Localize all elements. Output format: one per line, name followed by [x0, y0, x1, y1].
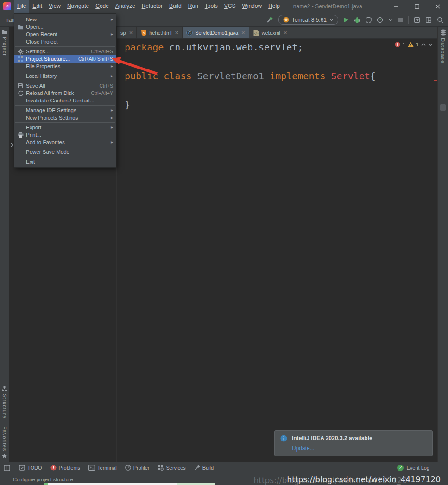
close-tab-icon[interactable]: [129, 30, 133, 36]
menubar-item[interactable]: Refactor: [139, 0, 166, 13]
search-icon[interactable]: [437, 17, 443, 23]
statusbar-buttons: TODO Problems Terminal Profiler Services: [15, 462, 218, 473]
menu-item[interactable]: Reload All from Disk Ctrl+Alt+Y: [14, 89, 116, 97]
minimize-button[interactable]: [385, 0, 406, 13]
tool-stripe-project[interactable]: Project: [2, 37, 7, 56]
notification-title: IntelliJ IDEA 2020.3.2 available: [292, 435, 372, 441]
todo-icon: [19, 465, 25, 471]
build-hammer-icon[interactable]: [266, 16, 273, 24]
menubar-item[interactable]: Build: [166, 0, 185, 13]
structure-icon: [17, 56, 24, 62]
run-configuration-select[interactable]: Tomcat 8.5.61: [278, 15, 338, 25]
window-title: name2 - ServletDemo1.java: [293, 3, 362, 10]
close-tab-icon[interactable]: [241, 30, 245, 36]
statusbar-button[interactable]: Terminal: [84, 462, 121, 473]
tool-stripe-database[interactable]: Database: [440, 38, 446, 63]
screenshot-edge-artifact: [44, 483, 215, 485]
folder-icon: [17, 24, 24, 30]
menu-item[interactable]: New Projects Settings: [14, 114, 116, 121]
window-layout-icon[interactable]: [425, 17, 432, 23]
menu-item[interactable]: Project Structure... Ctrl+Alt+Shift+S: [14, 55, 116, 63]
menu-item[interactable]: Settings... Ctrl+Alt+S: [14, 48, 116, 55]
info-icon: [280, 435, 287, 452]
menubar-item[interactable]: Help: [265, 0, 283, 13]
code-line: [125, 83, 437, 98]
toolwindow-bar: TODO Problems Terminal Profiler Services: [0, 462, 448, 473]
menu-item[interactable]: Manage IDE Settings: [14, 107, 116, 114]
statusbar-button[interactable]: TODO: [15, 462, 46, 473]
stripe-marker: [440, 104, 446, 111]
inspections-widget[interactable]: 1 1: [395, 42, 433, 47]
code-editor[interactable]: package cn.utkvrjan.web.servlet;public c…: [117, 39, 437, 462]
menubar-item[interactable]: VCS: [221, 0, 239, 13]
error-stripe-mark[interactable]: [434, 80, 437, 81]
menu-item[interactable]: Add to Favorites: [14, 139, 116, 146]
database-tool-icon: [440, 29, 446, 36]
menu-item[interactable]: Open...: [14, 23, 116, 31]
xml-icon: </>: [253, 30, 259, 36]
tool-stripe-structure[interactable]: Structure: [1, 386, 7, 419]
stop-button[interactable]: [398, 17, 403, 23]
menu-item[interactable]: Export: [14, 124, 116, 131]
editor-tab[interactable]: sp: [117, 27, 137, 38]
maximize-button[interactable]: [406, 0, 427, 13]
menu-divider: [15, 147, 115, 147]
menu-item[interactable]: File Properties: [14, 63, 116, 70]
close-tab-icon[interactable]: [284, 30, 287, 36]
problems-icon: [50, 465, 57, 471]
menu-item[interactable]: New: [14, 16, 116, 23]
menubar-item[interactable]: Tools: [202, 0, 221, 13]
editor-tab[interactable]: </> web.xml: [249, 27, 291, 38]
code-line: [125, 55, 437, 69]
menubar-item[interactable]: File: [14, 0, 29, 13]
statusbar-button[interactable]: Services: [153, 462, 189, 473]
menu-item[interactable]: Save All Ctrl+S: [14, 82, 116, 89]
toolbar-divider: [408, 16, 409, 24]
save-icon: [17, 82, 24, 89]
notification-update-link[interactable]: Update...: [292, 445, 372, 452]
menu-item[interactable]: Print...: [14, 131, 116, 139]
statusbar-button[interactable]: Problems: [46, 462, 84, 473]
editor-tab[interactable]: C ServletDemo1.java: [183, 27, 249, 38]
run-toolbar: Tomcat 8.5.61: [266, 15, 443, 25]
menubar-item[interactable]: Navigate: [64, 0, 92, 13]
structure-tool-icon: [1, 386, 7, 392]
tree-expand-chevron-icon[interactable]: [10, 143, 14, 147]
toolwindow-switcher-icon[interactable]: [4, 465, 10, 471]
chevron-down-icon[interactable]: [388, 19, 392, 21]
class-icon: C: [186, 30, 193, 36]
run-button[interactable]: [343, 17, 349, 23]
statusbar-button[interactable]: Build: [190, 462, 218, 473]
menu-item[interactable]: Local History: [14, 72, 116, 80]
close-tab-icon[interactable]: [175, 30, 179, 36]
menubar-item[interactable]: Code: [92, 0, 112, 13]
app-logo-icon: IJ: [3, 2, 11, 10]
menubar-item[interactable]: Run: [185, 0, 202, 13]
next-error-icon[interactable]: [428, 43, 433, 46]
code-line: }: [125, 98, 437, 112]
editor-tab[interactable]: 5 hehe.html: [137, 27, 183, 38]
statusbar-button[interactable]: Profiler: [121, 462, 154, 473]
prev-error-icon[interactable]: [421, 43, 426, 46]
event-log-button[interactable]: 2 Event Log: [397, 465, 429, 471]
menu-item[interactable]: Close Project: [14, 38, 116, 45]
close-button[interactable]: [427, 0, 448, 13]
menu-item[interactable]: Invalidate Caches / Restart...: [14, 97, 116, 104]
error-count: 1: [403, 42, 405, 47]
menubar-item[interactable]: Window: [239, 0, 265, 13]
menubar-item[interactable]: Edit: [29, 0, 45, 13]
star-icon: [1, 453, 7, 459]
window-controls: [385, 0, 448, 13]
titlebar: IJ FileEditViewNavigateCodeAnalyzeRefact…: [0, 0, 448, 13]
menu-item[interactable]: Open Recent: [14, 31, 116, 38]
tool-stripe-favorites[interactable]: Favorites: [1, 426, 7, 459]
menu-item[interactable]: Power Save Mode: [14, 148, 116, 156]
profiler-button[interactable]: [377, 17, 383, 23]
coverage-button[interactable]: [366, 17, 372, 23]
menubar-item[interactable]: View: [45, 0, 64, 13]
menubar-item[interactable]: Analyze: [112, 0, 139, 13]
menu-item[interactable]: Exit: [14, 158, 116, 165]
build-icon: [194, 465, 200, 471]
debug-button[interactable]: [354, 17, 360, 23]
open-in-tool-icon[interactable]: [414, 17, 420, 23]
